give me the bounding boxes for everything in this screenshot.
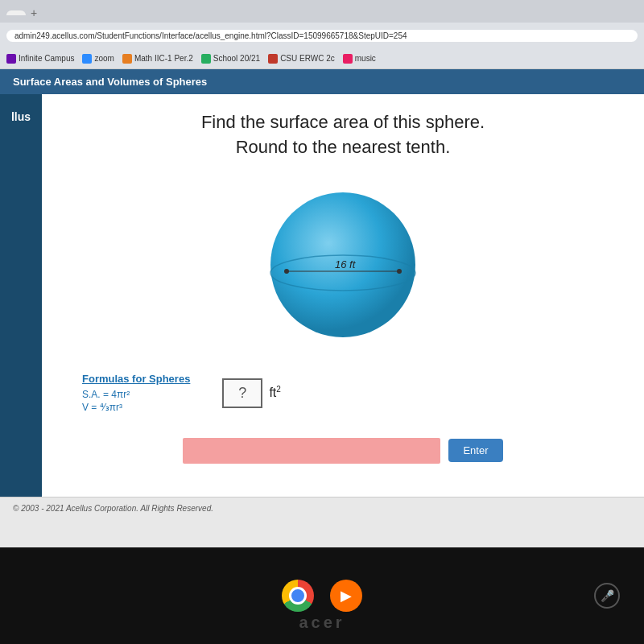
answer-unit: ft2 <box>269 385 280 400</box>
answer-bracket: ? <box>222 378 262 408</box>
dot-right <box>397 269 402 274</box>
main-area: llus Find the surface area of this spher… <box>0 94 644 497</box>
screen: + admin249.acellus.com/StudentFunctions/… <box>0 0 644 547</box>
bookmark-csu[interactable]: CSU ERWC 2c <box>268 54 335 64</box>
formulas-answer-row: Formulas for Spheres S.A. = 4πr² V = ⁴⁄₃… <box>66 373 620 414</box>
bookmark-icon-zoom <box>82 54 92 64</box>
sphere-container: 16 ft <box>262 184 423 349</box>
enter-button[interactable]: Enter <box>448 439 502 462</box>
sphere-label: 16 ft <box>335 258 357 270</box>
content-area: Find the surface area of this sphere. Ro… <box>42 94 644 497</box>
browser-chrome: + admin249.acellus.com/StudentFunctions/… <box>0 0 644 69</box>
tab-bar: + <box>0 0 644 23</box>
play-button-icon[interactable]: ▶ <box>330 580 362 612</box>
formula-v: V = ⁴⁄₃πr³ <box>82 402 190 413</box>
dot-left <box>284 269 289 274</box>
chrome-icon[interactable] <box>282 580 314 612</box>
page-footer: © 2003 - 2021 Acellus Corporation. All R… <box>0 497 644 519</box>
acer-logo: acer <box>299 613 345 632</box>
mic-icon[interactable]: 🎤 <box>594 583 620 609</box>
bookmark-icon-math <box>122 54 132 64</box>
bookmark-zoom[interactable]: zoom <box>82 54 114 64</box>
taskbar: ▶ 🎤 acer <box>0 547 644 644</box>
bookmark-math[interactable]: Math IIC-1 Per.2 <box>122 54 193 64</box>
input-row: Enter <box>66 438 620 464</box>
bookmark-music[interactable]: music <box>343 54 376 64</box>
logo-text: llus <box>11 110 31 123</box>
bookmark-icon-infinite-campus <box>6 54 16 64</box>
active-tab[interactable] <box>6 10 26 15</box>
new-tab-button[interactable]: + <box>31 6 37 19</box>
bookmark-infinite-campus[interactable]: Infinite Campus <box>6 54 74 64</box>
answer-box-area: ? ft2 <box>222 378 280 408</box>
address-bar[interactable]: admin249.acellus.com/StudentFunctions/In… <box>6 30 638 42</box>
question-title: Find the surface area of this sphere. Ro… <box>201 110 485 160</box>
play-triangle: ▶ <box>341 587 352 605</box>
answer-input[interactable] <box>183 438 440 464</box>
bookmark-icon-csu <box>268 54 278 64</box>
bookmark-icon-music <box>343 54 353 64</box>
bookmark-icon-school <box>201 54 211 64</box>
formula-sa: S.A. = 4πr² <box>82 389 190 400</box>
page-header: Surface Areas and Volumes of Spheres <box>0 69 644 94</box>
bookmarks-bar: Infinite Campus zoom Math IIC-1 Per.2 Sc… <box>0 48 644 69</box>
address-bar-row: admin249.acellus.com/StudentFunctions/In… <box>0 23 644 48</box>
formulas-box: Formulas for Spheres S.A. = 4πr² V = ⁴⁄₃… <box>82 373 190 414</box>
sidebar-logo: llus <box>0 94 42 497</box>
sphere-svg: 16 ft <box>262 184 423 345</box>
formulas-title: Formulas for Spheres <box>82 373 190 385</box>
bookmark-school[interactable]: School 20/21 <box>201 54 260 64</box>
page-content: Surface Areas and Volumes of Spheres llu… <box>0 69 644 519</box>
